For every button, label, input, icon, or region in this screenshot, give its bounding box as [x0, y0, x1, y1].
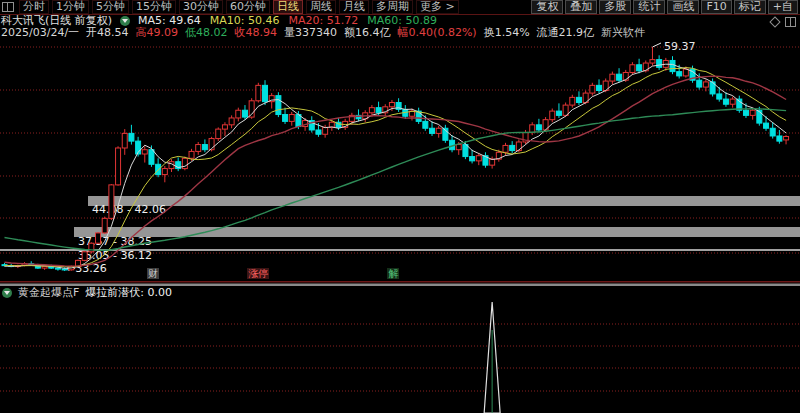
- high-price-label: 59.37: [664, 40, 696, 53]
- subpanel-title: 黄金起爆点F: [18, 287, 79, 299]
- toolbar-button-1[interactable]: 复权: [531, 0, 563, 14]
- window-icons: [771, 17, 796, 27]
- chart-bottom-border: [0, 281, 800, 283]
- signal-spike: [484, 302, 500, 413]
- high-price-annotation: 59.37: [652, 40, 695, 53]
- period-tab-4[interactable]: 15分钟: [132, 0, 176, 14]
- period-tab-10[interactable]: 多周期: [372, 0, 413, 14]
- event-marker-2[interactable]: 涨停: [247, 268, 269, 279]
- main-chart[interactable]: 44.08 - 42.0637.57 - 38.2535.05 - 36.12←…: [0, 38, 800, 286]
- subpanel-value: 爆拉前潜伏: 0.00: [85, 287, 172, 299]
- indicator-panel[interactable]: [0, 286, 800, 413]
- toolbar-button-7[interactable]: 标记: [734, 0, 766, 14]
- toolbar-button-6[interactable]: F10: [701, 0, 731, 14]
- toolbar-button-5[interactable]: 画线: [667, 0, 699, 14]
- period-tabs: 分时1分钟5分钟15分钟30分钟60分钟日线周线月线多周期更多 >: [19, 0, 459, 14]
- chevron-circle-icon[interactable]: [120, 16, 130, 26]
- band-label-1: 44.08 - 42.06: [92, 203, 166, 216]
- toolbar: 分时1分钟5分钟15分钟30分钟60分钟日线周线月线多周期更多 > 复权叠加多股…: [0, 0, 800, 15]
- app-grid-icon[interactable]: [2, 2, 14, 12]
- split-window-icon[interactable]: [785, 17, 796, 27]
- subpanel-header: 黄金起爆点F 爆拉前潜伏: 0.00: [2, 287, 172, 299]
- support-bands: 44.08 - 42.0637.57 - 38.2535.05 - 36.12: [0, 196, 800, 262]
- toolbar-buttons: 复权叠加多股统计画线F10标记+自: [531, 0, 798, 14]
- period-tab-9[interactable]: 月线: [339, 0, 369, 14]
- period-tab-2[interactable]: 1分钟: [52, 0, 89, 14]
- event-marker-3[interactable]: 解: [387, 268, 399, 279]
- period-tab-6[interactable]: 60分钟: [226, 0, 270, 14]
- toolbar-button-3[interactable]: 多股: [599, 0, 631, 14]
- event-marker-1[interactable]: 财: [147, 268, 159, 279]
- toolbar-button-4[interactable]: 统计: [633, 0, 665, 14]
- toolbar-button-8[interactable]: +自: [768, 0, 798, 14]
- indicator-grid: [0, 324, 800, 391]
- toolbar-button-2[interactable]: 叠加: [565, 0, 597, 14]
- tdx-window: { "toolbar": { "periods": ["分时","1分钟","5…: [0, 0, 800, 413]
- period-tab-8[interactable]: 周线: [306, 0, 336, 14]
- chevron-circle-icon-sub[interactable]: [2, 288, 12, 298]
- diamond-icon[interactable]: [769, 16, 780, 27]
- period-tab-5[interactable]: 30分钟: [179, 0, 223, 14]
- period-tab-11[interactable]: 更多 >: [416, 0, 459, 14]
- period-tab-1[interactable]: 分时: [19, 0, 49, 14]
- period-tab-7[interactable]: 日线: [273, 0, 303, 14]
- period-tab-3[interactable]: 5分钟: [92, 0, 129, 14]
